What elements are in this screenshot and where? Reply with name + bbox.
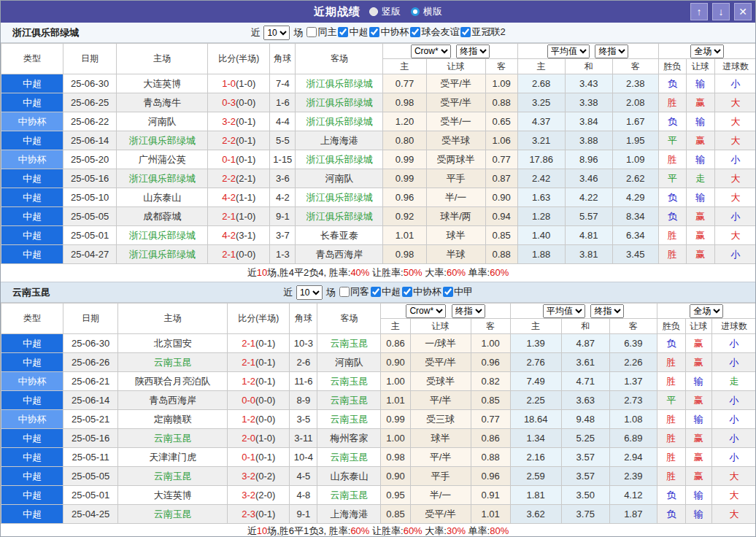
result-handicap: 赢 (685, 448, 711, 467)
filter-checkbox-中超[interactable]: 中超 (371, 285, 401, 298)
match-date: 25-05-10 (63, 188, 117, 207)
sub-header-handicap: 让球 (410, 319, 471, 334)
avg-home-odds: 1.88 (517, 245, 565, 264)
match-row: 中超25-06-14青岛西海岸0-0(0-0)8-9云南玉昆1.01平/半0.8… (1, 391, 756, 410)
scope-select[interactable]: 全场 (690, 304, 723, 318)
col-header-corner: 角球 (290, 304, 317, 334)
avg-away-odds: 1.08 (609, 410, 657, 429)
checkbox-input[interactable] (369, 27, 379, 37)
avg-source-select[interactable]: 平均值 (543, 304, 585, 318)
avg-draw-odds: 4.81 (565, 226, 612, 245)
match-row: 中超25-05-01大连英博3-2(2-0)4-8云南玉昆0.95半/一0.91… (1, 486, 756, 505)
fulltime-score: 3-2 (242, 490, 255, 501)
handicap-line: 受球半 (410, 372, 471, 391)
league-type-badge: 中协杯 (1, 372, 63, 391)
result-goals: 小 (714, 150, 756, 169)
avg-group-header: 平均值 终指 (510, 304, 657, 319)
checkbox-input[interactable] (402, 287, 412, 297)
result-wdl: 负 (658, 112, 686, 131)
match-date: 25-06-26 (63, 353, 118, 372)
match-row: 中协杯25-06-21陕西联合月亮泊队1-2(0-1)11-6云南玉昆1.00受… (1, 372, 756, 391)
checkbox-input[interactable] (410, 27, 420, 37)
scope-select[interactable]: 全场 (690, 45, 724, 58)
radio-vertical-view[interactable]: 竖版 (369, 5, 401, 18)
summary-text: 近 (247, 525, 257, 536)
filter-checkbox-中协杯[interactable]: 中协杯 (369, 26, 409, 39)
odds-away: 0.85 (485, 226, 517, 245)
result-handicap: 输 (686, 188, 714, 207)
filter-checkbox-亚冠联2[interactable]: 亚冠联2 (460, 26, 505, 39)
move-up-button[interactable]: ↑ (690, 3, 708, 20)
filter-checkbox-球会友谊[interactable]: 球会友谊 (410, 26, 459, 39)
avg-time-select[interactable]: 终指 (595, 45, 628, 58)
close-icon: ✕ (738, 6, 747, 18)
home-team: 浙江俱乐部绿城 (117, 169, 208, 188)
odds-home: 0.80 (383, 131, 426, 150)
filter-checkbox-同客[interactable]: 同客 (339, 285, 369, 298)
checkbox-input[interactable] (443, 287, 453, 297)
odds-home: 1.20 (383, 112, 426, 131)
match-row: 中超25-05-05成都蓉城2-1(1-0)9-1浙江俱乐部绿城0.92球半/两… (1, 207, 756, 226)
radio-vertical-label: 竖版 (382, 5, 401, 18)
filter-checkbox-中甲[interactable]: 中甲 (443, 285, 473, 298)
match-row: 中超25-05-16云南玉昆2-0(1-0)3-11梅州客家1.00球半0.86… (1, 429, 756, 448)
col-header-score: 比分(半场) (208, 44, 270, 74)
odds-time-select[interactable]: 终指 (452, 304, 485, 318)
filter-checkbox-中协杯[interactable]: 中协杯 (402, 285, 441, 298)
avg-draw-odds: 4.71 (561, 372, 609, 391)
move-down-button[interactable]: ↓ (712, 3, 730, 20)
sub-header-goals-result: 进球数 (714, 59, 756, 74)
col-header-score: 比分(半场) (228, 304, 290, 334)
fulltime-score: 2-1 (242, 338, 255, 349)
match-date: 25-05-20 (63, 150, 117, 169)
checkbox-label: 中超 (382, 285, 401, 298)
checkbox-label: 亚冠联2 (471, 26, 505, 39)
odds-source-select[interactable]: Crow* (406, 304, 446, 318)
filter-checkbox-同主[interactable]: 同主 (306, 26, 336, 39)
recent-count-select[interactable]: 10 (263, 26, 290, 40)
corner-score: 4-5 (290, 467, 317, 486)
result-goals: 大 (714, 188, 756, 207)
avg-draw-odds: 3.57 (561, 467, 609, 486)
result-goals: 小 (711, 429, 756, 448)
checkbox-input[interactable] (339, 287, 350, 297)
score: 1-2(0-0) (228, 410, 290, 429)
odds-home: 0.90 (381, 353, 410, 372)
page-title: 近期战绩 (314, 5, 360, 19)
avg-home-odds: 1.34 (510, 429, 561, 448)
checkbox-input[interactable] (460, 27, 471, 37)
recent-count-select[interactable]: 10 (296, 285, 323, 300)
filter-checkbox-中超[interactable]: 中超 (338, 26, 368, 39)
avg-source-select[interactable]: 平均值 (547, 45, 590, 58)
odds-away: 0.77 (485, 150, 517, 169)
sub-header-avg-away: 客 (609, 319, 657, 334)
result-wdl: 胜 (658, 226, 686, 245)
match-date: 25-06-14 (63, 131, 117, 150)
result-handicap: 输 (686, 150, 714, 169)
checkbox-input[interactable] (338, 27, 348, 37)
match-row: 中超25-05-05云南玉昆3-2(0-2)4-5山东泰山0.90平手0.962… (1, 467, 756, 486)
checkbox-label: 中协杯 (413, 285, 441, 298)
close-button[interactable]: ✕ (734, 3, 752, 20)
fulltime-score: 3-2 (222, 116, 236, 127)
handicap-line: 平手 (410, 467, 471, 486)
sub-header-avg-draw: 和 (565, 59, 612, 74)
result-handicap: 输 (685, 410, 711, 429)
avg-away-odds: 6.39 (609, 334, 657, 353)
away-team: 梅州客家 (317, 429, 381, 448)
titlebar-buttons: ↑ ↓ ✕ (690, 3, 752, 20)
away-team: 云南玉昆 (317, 486, 381, 505)
halftime-score: (1-0) (236, 211, 255, 222)
col-header-home: 主场 (117, 44, 208, 74)
summary-text: 单率: (466, 267, 490, 278)
corner-score: 3-5 (290, 410, 317, 429)
odds-source-select[interactable]: Crow* (411, 45, 451, 58)
checkbox-input[interactable] (371, 287, 381, 297)
avg-time-select[interactable]: 终指 (590, 304, 624, 318)
result-wdl: 胜 (657, 448, 685, 467)
home-team: 天津津门虎 (118, 448, 228, 467)
checkbox-input[interactable] (306, 27, 317, 37)
result-goals: 小 (711, 448, 756, 467)
odds-time-select[interactable]: 终指 (456, 45, 490, 58)
radio-horizontal-view[interactable]: 横版 (411, 5, 442, 18)
